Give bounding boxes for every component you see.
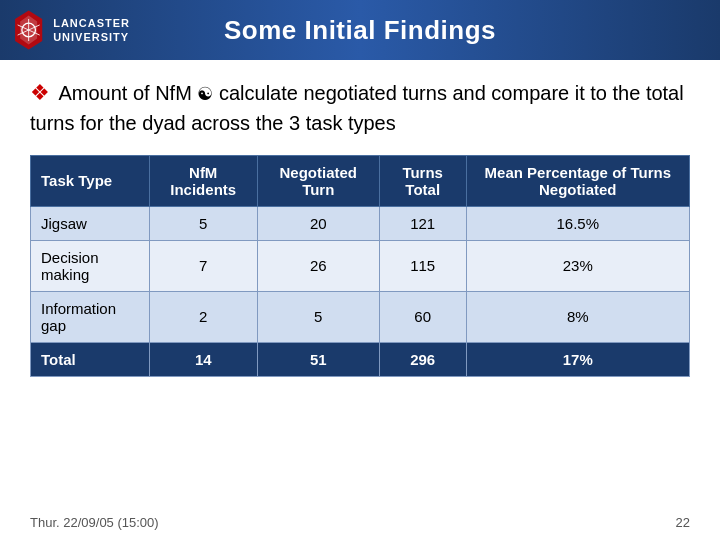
- page-title: Some Initial Findings: [224, 15, 496, 46]
- table-row: Jigsaw52012116.5%: [31, 206, 690, 240]
- table-row: Decision making72611523%: [31, 240, 690, 291]
- table-cell-task: Total: [31, 342, 150, 376]
- table-cell-neg: 20: [257, 206, 379, 240]
- table-cell-task: Decision making: [31, 240, 150, 291]
- table-cell-nfm: 14: [149, 342, 257, 376]
- table-cell-mean: 16.5%: [466, 206, 689, 240]
- bullet-point: ❖ Amount of NfM ☯ calculate negotiated t…: [30, 78, 690, 137]
- col-turns-total: Turns Total: [379, 155, 466, 206]
- table-cell-nfm: 2: [149, 291, 257, 342]
- col-mean-percentage: Mean Percentage of Turns Negotiated: [466, 155, 689, 206]
- table-cell-nfm: 7: [149, 240, 257, 291]
- table-cell-nfm: 5: [149, 206, 257, 240]
- table-cell-turns: 60: [379, 291, 466, 342]
- table-cell-mean: 23%: [466, 240, 689, 291]
- table-cell-turns: 121: [379, 206, 466, 240]
- table-header: Task Type NfM Incidents Negotiated Turn …: [31, 155, 690, 206]
- table-cell-turns: 115: [379, 240, 466, 291]
- col-nfm-incidents: NfM Incidents: [149, 155, 257, 206]
- bullet-symbol: ❖: [30, 80, 50, 105]
- table-row: Information gap25608%: [31, 291, 690, 342]
- col-negotiated-turn: Negotiated Turn: [257, 155, 379, 206]
- table-cell-neg: 5: [257, 291, 379, 342]
- footer-date: Thur. 22/09/05 (15:00): [30, 515, 159, 530]
- header: LANCASTER UNIVERSITY Some Initial Findin…: [0, 0, 720, 60]
- table-cell-task: Jigsaw: [31, 206, 150, 240]
- lancaster-logo-icon: [10, 5, 48, 55]
- table-cell-task: Information gap: [31, 291, 150, 342]
- bullet-symbol2: ☯: [197, 84, 213, 104]
- data-table: Task Type NfM Incidents Negotiated Turn …: [30, 155, 690, 377]
- main-content: ❖ Amount of NfM ☯ calculate negotiated t…: [0, 60, 720, 387]
- table-row: Total145129617%: [31, 342, 690, 376]
- bullet-text-amount: Amount of NfM: [58, 82, 197, 104]
- footer-page: 22: [676, 515, 690, 530]
- table-body: Jigsaw52012116.5%Decision making72611523…: [31, 206, 690, 376]
- table-cell-neg: 51: [257, 342, 379, 376]
- footer: Thur. 22/09/05 (15:00) 22: [30, 515, 690, 530]
- table-cell-neg: 26: [257, 240, 379, 291]
- col-task-type: Task Type: [31, 155, 150, 206]
- table-cell-mean: 8%: [466, 291, 689, 342]
- logo-university-type: UNIVERSITY: [53, 30, 130, 44]
- table-cell-mean: 17%: [466, 342, 689, 376]
- table-cell-turns: 296: [379, 342, 466, 376]
- logo-university-name: LANCASTER: [53, 16, 130, 30]
- logo-area: LANCASTER UNIVERSITY: [10, 0, 130, 60]
